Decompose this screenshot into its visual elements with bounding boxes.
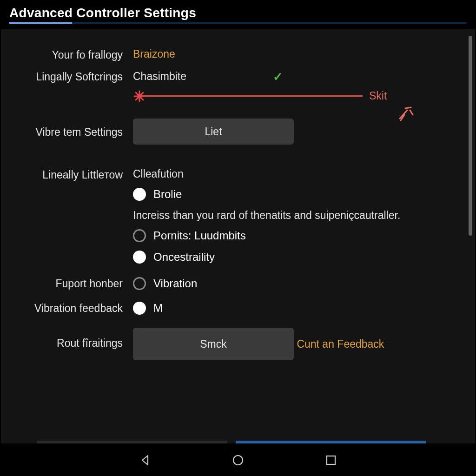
settings-panel: Your fo frallogy Braizone Lingally Softc… — [1, 29, 475, 443]
svg-point-5 — [233, 456, 243, 465]
radio-oncestraility-label: Oncestraility — [153, 251, 215, 264]
android-navbar — [0, 444, 476, 476]
rout-button[interactable]: Smck — [133, 328, 294, 360]
frallogy-value[interactable]: Braizone — [126, 48, 461, 60]
radio-pornits-label: Pornits: Luudmbits — [153, 229, 246, 242]
radio-brolie-label: Brolie — [153, 188, 182, 201]
radio-brolie[interactable] — [133, 188, 146, 201]
svg-point-4 — [137, 94, 142, 99]
nav-recent-icon[interactable] — [324, 453, 338, 467]
scrollbar[interactable] — [469, 36, 472, 236]
svg-rect-6 — [327, 456, 335, 464]
check-icon: ✓ — [273, 70, 283, 84]
spark-icon — [397, 105, 416, 123]
slider-track[interactable] — [139, 95, 363, 97]
slider[interactable]: Skit — [133, 89, 461, 105]
bottom-tab-2[interactable] — [236, 441, 426, 443]
radio-m-label: M — [153, 302, 163, 315]
vibfeedback-label: Vibration feedback — [10, 301, 126, 315]
vibretem-button[interactable]: Liet — [133, 119, 294, 145]
radio-vibration-label: Vibration — [153, 277, 197, 290]
radio-vibration[interactable] — [133, 277, 146, 290]
softcrings-value[interactable]: Chasimbite — [133, 70, 186, 82]
rout-label: Rout fîraitings — [10, 328, 126, 350]
feedback-link[interactable]: Cunt an Feedback — [297, 338, 384, 350]
vibretem-label: Vibre tem Settings — [10, 125, 126, 139]
fuport-label: Fuport honber — [10, 277, 126, 290]
radio-pornits[interactable] — [133, 229, 146, 242]
page-title: Advanced Controller Settings — [9, 6, 467, 20]
radio-m[interactable] — [133, 302, 146, 315]
littletow-label: Lineally Littleтоw — [10, 168, 126, 181]
radio-oncestraility[interactable] — [133, 251, 146, 264]
accent-strip — [9, 22, 467, 24]
softcrings-label: Lingally Softcrings — [10, 70, 126, 83]
nav-back-icon[interactable] — [138, 453, 152, 467]
littletow-subhead: Clleafution — [133, 168, 461, 180]
slider-end-label: Skit — [369, 90, 387, 102]
slider-knob-icon[interactable] — [133, 90, 146, 103]
frallogy-label: Your fo frallogy — [10, 48, 126, 61]
bottom-tab-strip — [37, 441, 472, 443]
nav-home-icon[interactable] — [231, 453, 245, 467]
littletow-desc: Increiss than you rard of thenatits and … — [133, 209, 461, 222]
bottom-tab-1[interactable] — [37, 441, 227, 443]
